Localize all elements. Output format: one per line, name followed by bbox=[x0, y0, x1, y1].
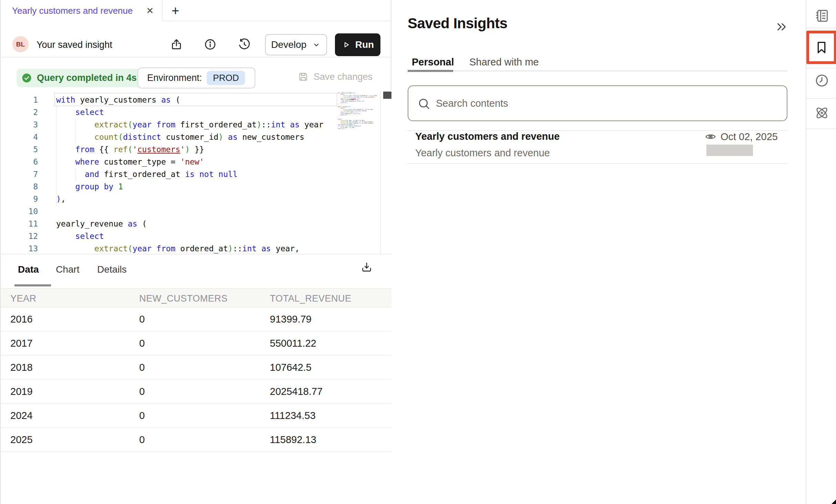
table-cell: 2025 bbox=[10, 434, 33, 445]
notebook-icon bbox=[814, 8, 829, 23]
table-cell: 0 bbox=[139, 386, 145, 397]
editor-scrollbar-thumb[interactable] bbox=[383, 92, 391, 99]
share-button[interactable] bbox=[170, 38, 183, 51]
divider bbox=[806, 128, 836, 129]
table-cell: 2017 bbox=[10, 338, 33, 349]
table-cell: 0 bbox=[139, 362, 145, 373]
code-line[interactable]: 7 and first_ordered_at is not null bbox=[1, 168, 391, 180]
info-button[interactable] bbox=[204, 38, 217, 51]
table-body: 2016091399.7920170550011.2220180107642.5… bbox=[1, 307, 391, 452]
search-icon bbox=[417, 97, 431, 111]
active-tab-underline bbox=[408, 70, 453, 72]
table-cell: 2024 bbox=[10, 410, 33, 421]
search-input[interactable] bbox=[436, 87, 781, 120]
avatar: BL bbox=[12, 36, 29, 52]
table-row: 20180107642.5 bbox=[1, 356, 391, 380]
tab-data[interactable]: Data bbox=[18, 264, 39, 275]
table-cell: 111234.53 bbox=[270, 410, 316, 421]
save-changes-button[interactable]: Save changes bbox=[298, 71, 373, 82]
editor-minimap[interactable]: with yearly_customers as ( select extrac… bbox=[338, 92, 381, 254]
column-header-year: YEAR bbox=[10, 293, 37, 304]
code-text: from {{ ref('customers') }} bbox=[56, 143, 337, 156]
table-cell: 0 bbox=[139, 338, 145, 349]
tab-bar: Yearly customers and revenue ✕ + bbox=[1, 0, 391, 21]
tab-close-icon[interactable]: ✕ bbox=[146, 6, 154, 15]
code-text: ), bbox=[56, 193, 337, 205]
code-line[interactable]: 3 extract(year from first_ordered_at)::i… bbox=[1, 118, 391, 131]
table-row: 20240111234.53 bbox=[1, 404, 391, 428]
insight-meta: Oct 02, 2025 bbox=[705, 131, 778, 143]
divider bbox=[408, 163, 787, 164]
code-line[interactable]: 13 extract(year from ordered_at)::int as… bbox=[1, 242, 391, 254]
download-button[interactable] bbox=[360, 261, 373, 274]
collapse-panel-button[interactable] bbox=[775, 21, 788, 33]
code-line[interactable]: 6 where customer_type = 'new' bbox=[1, 156, 391, 168]
line-number: 9 bbox=[1, 193, 38, 205]
line-number: 13 bbox=[1, 242, 38, 254]
divider bbox=[806, 28, 836, 28]
table-row: 201902025418.77 bbox=[1, 380, 391, 404]
code-line[interactable]: 11yearly_revenue as ( bbox=[1, 218, 391, 230]
table-cell: 2025418.77 bbox=[270, 386, 323, 397]
line-number: 8 bbox=[1, 180, 38, 193]
table-row: 2016091399.79 bbox=[1, 307, 391, 332]
tab-shared-with-me[interactable]: Shared with me bbox=[469, 56, 539, 68]
run-button[interactable]: Run bbox=[335, 33, 380, 56]
sql-editor[interactable]: 1with yearly_customers as (2 select3 ext… bbox=[1, 90, 391, 254]
table-cell: 107642.5 bbox=[270, 362, 312, 373]
history-button[interactable] bbox=[238, 38, 251, 51]
line-number: 11 bbox=[1, 218, 38, 230]
code-line[interactable]: 1with yearly_customers as ( bbox=[1, 94, 391, 106]
tab-label: Yearly customers and revenue bbox=[12, 6, 146, 16]
copilot-panel-button[interactable] bbox=[814, 105, 829, 120]
tab-track bbox=[408, 70, 787, 72]
insight-subtitle: Yearly customers and revenue bbox=[415, 147, 550, 159]
code-line[interactable]: 9), bbox=[1, 193, 391, 205]
status-bar: Query completed in 4s Environment: PROD … bbox=[1, 57, 391, 90]
panel-title: Saved Insights bbox=[408, 15, 507, 32]
check-circle-icon bbox=[21, 73, 32, 83]
tab-chart[interactable]: Chart bbox=[56, 264, 79, 275]
insight-date: Oct 02, 2025 bbox=[721, 131, 778, 143]
code-line[interactable]: 8 group by 1 bbox=[1, 180, 391, 193]
new-tab-button[interactable]: + bbox=[167, 0, 184, 21]
line-number: 10 bbox=[1, 205, 38, 218]
tab-yearly-customers-and-revenue[interactable]: Yearly customers and revenue ✕ bbox=[1, 0, 163, 21]
code-lines: 1with yearly_customers as (2 select3 ext… bbox=[1, 94, 391, 254]
table-cell: 2018 bbox=[10, 362, 33, 373]
download-icon bbox=[360, 261, 373, 274]
line-number: 7 bbox=[1, 168, 38, 180]
line-number: 6 bbox=[1, 156, 38, 168]
save-icon bbox=[298, 71, 309, 82]
copilot-icon bbox=[814, 105, 829, 120]
code-line[interactable]: 5 from {{ ref('customers') }} bbox=[1, 143, 391, 156]
develop-dropdown[interactable]: Develop bbox=[265, 34, 327, 55]
code-line[interactable]: 12 select bbox=[1, 230, 391, 242]
query-status-text: Query completed in 4s bbox=[37, 73, 137, 83]
line-number: 12 bbox=[1, 230, 38, 242]
history-panel-button[interactable] bbox=[814, 73, 829, 88]
code-text: extract(year from ordered_at)::int as ye… bbox=[56, 242, 337, 254]
column-header-total-revenue: TOTAL_REVENUE bbox=[270, 293, 351, 304]
environment-dropdown[interactable]: Environment: PROD bbox=[137, 67, 255, 88]
info-icon bbox=[204, 38, 217, 51]
saved-insights-button-active[interactable] bbox=[806, 31, 836, 64]
code-line[interactable]: 2 select bbox=[1, 106, 391, 118]
line-number: 4 bbox=[1, 131, 38, 143]
run-label: Run bbox=[355, 39, 374, 50]
table-row: 20250115892.13 bbox=[1, 428, 391, 452]
eye-icon bbox=[705, 131, 716, 143]
code-text: group by 1 bbox=[56, 180, 337, 193]
query-workspace: Yearly customers and revenue ✕ + BL Your… bbox=[1, 0, 391, 504]
code-line[interactable]: 10 bbox=[1, 205, 391, 218]
clock-icon bbox=[814, 73, 829, 88]
chevrons-right-icon bbox=[775, 21, 788, 33]
chevron-down-icon bbox=[312, 40, 321, 49]
table-cell: 0 bbox=[139, 314, 145, 325]
environment-label: Environment: bbox=[147, 73, 202, 83]
tab-personal[interactable]: Personal bbox=[412, 56, 454, 68]
line-number: 1 bbox=[1, 94, 38, 106]
tab-details[interactable]: Details bbox=[97, 264, 127, 275]
code-line[interactable]: 4 count(distinct customer_id) as new_cus… bbox=[1, 131, 391, 143]
notebook-panel-button[interactable] bbox=[814, 8, 829, 23]
